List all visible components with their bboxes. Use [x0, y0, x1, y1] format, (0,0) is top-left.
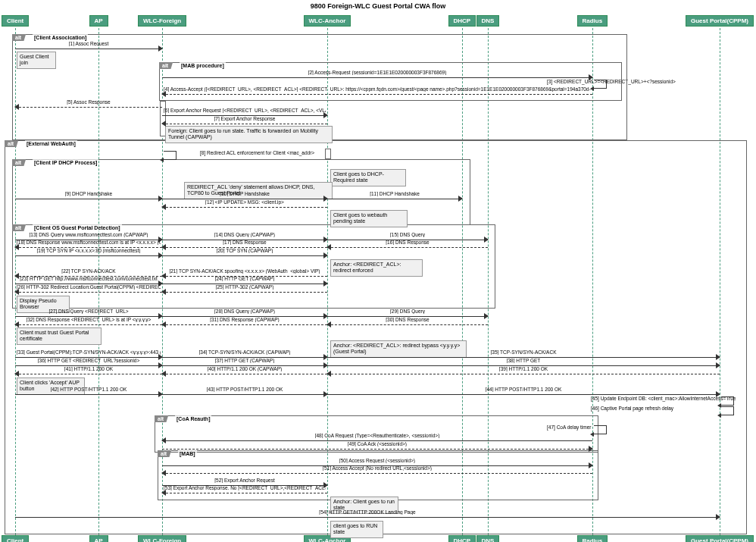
- message: [31] DNS Response (CAPWAP): [162, 318, 327, 326]
- participant-ap: AP: [89, 535, 108, 542]
- self-arrow-icon: [164, 151, 177, 160]
- message-label: [31] DNS Response (CAPWAP): [164, 317, 326, 322]
- message-label: [54] HTTP GET/HTTP 200OK Landing Page: [17, 509, 718, 515]
- group-tab: alt: [159, 62, 173, 69]
- self-arrow-icon: [594, 80, 607, 89]
- group-tab: alt: [158, 450, 171, 457]
- arrowhead-icon: [323, 252, 328, 258]
- message: [43] HTTP POST/HTTP1.1 200 OK: [162, 388, 327, 396]
- arrow-line: [15, 374, 162, 374]
- message-label: [36] HTTP GET <REDIRECT_URL?sessionid>: [17, 358, 161, 363]
- message-label: [6] Export Anchor Request [<REDIRECT_URL…: [164, 108, 326, 113]
- message-label: [9] DHCP Handshake: [17, 191, 161, 196]
- arrow-line: [162, 124, 327, 124]
- arrow-line: [162, 493, 327, 493]
- participant-ap: AP: [89, 15, 108, 27]
- message: [5] Assoc Response: [15, 101, 162, 108]
- message-label: [41] HTTP/1.1 200 OK: [17, 366, 161, 371]
- self-arrow-icon: [594, 425, 607, 434]
- message-label: [22] TCP SYN-ACK/ACK: [17, 268, 161, 274]
- arrow-line: [162, 292, 327, 293]
- group-title: [Client Assocication]: [33, 34, 88, 41]
- message: [2] Access-Request (sessionid=1E1E1E0200…: [162, 71, 592, 79]
- message-label: [52] Export Anchor Request: [164, 478, 326, 483]
- message: [9] DHCP Handshake: [15, 193, 162, 200]
- arrow-line: [15, 199, 162, 199]
- arrow-line: [162, 473, 592, 474]
- message-label: [32] DNS Response <REDIRECT_URL> is at I…: [17, 317, 161, 322]
- message-label: [19] TCP SYN IP <x.x.x.x>:80 (msftconnec…: [17, 248, 161, 253]
- message-label: [51] Access Accept (No redirect URL,<ses…: [164, 465, 591, 471]
- arrowhead-icon: [589, 74, 593, 80]
- participant-cppm: Guest Portal(CPPM): [686, 15, 754, 27]
- sequence-diagram: ClientClientAPAPWLC-ForeignWLC-ForeignWL…: [0, 14, 756, 542]
- group-title: [MAB procedure]: [180, 62, 226, 69]
- arrow-line: [15, 517, 720, 518]
- message-label: [33] Guest Portal(CPPM):TCP-SYN/SYN-ACK/…: [17, 349, 161, 355]
- message-label: [4] Access-Accept ([<REDIRECT_URL>, <RED…: [164, 86, 591, 92]
- message: [20] TCP SYN (CAPWAP): [162, 249, 327, 257]
- message-label: [18] DNS Response www.msftconnecttest.co…: [17, 240, 161, 245]
- group-tab: alt: [12, 159, 26, 166]
- participant-cppm: Guest Portal(CPPM): [686, 535, 754, 542]
- note: Foreign: Client goes to run state. Traff…: [165, 126, 333, 143]
- message: [25] HTTP-302 (CAPWAP): [162, 286, 327, 293]
- message: [12] <IP UPDATE> MSG: <client.ip>: [162, 201, 327, 208]
- message: [32] DNS Response <REDIRECT_URL> is at I…: [15, 318, 162, 326]
- group-title: [Client OS Guest Portal Detection]: [33, 224, 122, 231]
- arrow-line: [15, 49, 162, 49]
- arrowhead-icon: [161, 91, 166, 97]
- message: [39] HTTP/1.1 200 OK: [327, 368, 720, 375]
- message-label: [43] HTTP POST/HTTP1.1 200 OK: [164, 387, 326, 392]
- message: [7] Export Anchor Response: [162, 117, 327, 125]
- message: [53] Export Anchor Response. No [<REDIRE…: [162, 487, 327, 494]
- participant-radius: Radius: [577, 15, 608, 27]
- participant-radius: Radius: [577, 535, 608, 542]
- message-label: [1] Assoc Request: [17, 41, 161, 46]
- message-label: [23] HTTP GET http://www.msftconnecttest…: [17, 276, 161, 281]
- participant-client: Client: [2, 15, 29, 27]
- group-title: [MAB]: [178, 450, 197, 457]
- arrow-line: [15, 394, 162, 395]
- group-title: [Client IP DHCP Process]: [33, 159, 98, 166]
- message-label: [50] Access Request (<sessionid>): [164, 458, 591, 463]
- arrow-line: [162, 374, 327, 374]
- arrowhead-icon: [716, 391, 720, 397]
- message-label: [14] DNS Query (CAPWAP): [164, 232, 326, 237]
- arrowhead-icon: [161, 204, 166, 210]
- message-label: [11] DHCP Handshake: [329, 191, 461, 196]
- arrow-line: [162, 207, 327, 208]
- message-label: [2] Access-Request (sessionid=1E1E1E0200…: [164, 70, 591, 75]
- message-label: [44] HTTP POST/HTTP1.1 200 OK: [329, 387, 718, 392]
- arrow-line: [162, 394, 327, 395]
- group-title: [CoA Reauth]: [175, 415, 211, 422]
- note: client goes to RUN state: [330, 521, 383, 538]
- note: Anchor: <REDIRECT_ACL>: redirect enforce…: [330, 259, 423, 277]
- arrowhead-icon: [14, 104, 19, 110]
- message-label: [37] HTTP GET (CAPWAP): [164, 358, 326, 363]
- message-label: [30] DNS Response: [329, 317, 486, 322]
- message-label: [13] DNS Query www.msftconnecttest.com (…: [17, 232, 161, 237]
- message-label: [29] DNS Query: [329, 309, 486, 314]
- arrowhead-icon: [14, 289, 19, 295]
- note: Client goes to DHCP-Required state: [330, 169, 406, 186]
- arrowhead-icon: [716, 514, 720, 520]
- arrow-line: [162, 324, 327, 325]
- message-label: [39] HTTP/1.1 200 OK: [329, 366, 718, 371]
- arrowhead-icon: [458, 196, 463, 202]
- message-label: [20] TCP SYN (CAPWAP): [164, 248, 326, 253]
- message-label: [25] HTTP-302 (CAPWAP): [164, 284, 326, 290]
- participant-client: Client: [2, 535, 29, 542]
- group-tab: alt: [5, 140, 18, 147]
- arrowhead-icon: [161, 121, 166, 127]
- arrow-line: [327, 247, 488, 248]
- message-label: [49] CoA Ack (<sessionid>): [164, 441, 591, 446]
- message-label: [21] TCP SYN-ACK/ACK spoofing <x.x.x.x> …: [164, 268, 326, 274]
- message-label: [28] DNS Query (CAPWAP): [164, 309, 326, 314]
- participant-dhcp: DHCP: [448, 535, 476, 542]
- arrow-line: [162, 77, 592, 78]
- message: [19] TCP SYN IP <x.x.x.x>:80 (msftconnec…: [15, 249, 162, 257]
- arrowhead-icon: [14, 371, 19, 377]
- diagram-title: 9800 Foreign-WLC Guest Portal CWA flow: [0, 0, 756, 14]
- message-label: [16] DNS Response: [329, 240, 486, 245]
